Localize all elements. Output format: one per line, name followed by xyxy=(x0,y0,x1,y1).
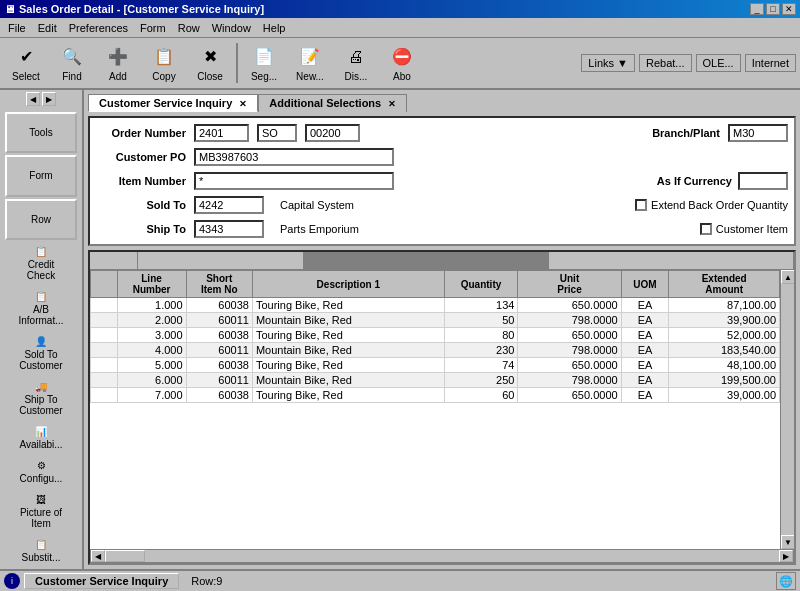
tab-customer-service-inquiry[interactable]: Customer Service Inquiry ✕ xyxy=(88,94,258,112)
cell-desc: Mountain Bike, Red xyxy=(252,373,444,388)
customer-item-checkbox[interactable] xyxy=(700,223,712,235)
menu-edit[interactable]: Edit xyxy=(32,21,63,35)
select-button[interactable]: ✔ Select xyxy=(4,41,48,85)
availabi-item[interactable]: 📊 Availabi... xyxy=(5,422,77,454)
grid-header-bar xyxy=(90,252,794,270)
col-header-quantity[interactable]: Quantity xyxy=(444,271,518,298)
tab-close-2[interactable]: ✕ xyxy=(388,99,396,109)
links-button[interactable]: Links ▼ xyxy=(581,54,635,72)
cell-desc: Touring Bike, Red xyxy=(252,358,444,373)
extend-back-order-checkbox[interactable] xyxy=(635,199,647,211)
table-row[interactable]: 4.000 60011 Mountain Bike, Red 230 798.0… xyxy=(91,343,780,358)
cell-short: 60011 xyxy=(186,343,252,358)
col-header-extended-amount[interactable]: ExtendedAmount xyxy=(669,271,780,298)
status-tab[interactable]: Customer Service Inquiry xyxy=(24,573,179,589)
seg-button[interactable]: 📄 Seg... xyxy=(242,41,286,85)
copy-button[interactable]: 📋 Copy xyxy=(142,41,186,85)
rebat-button[interactable]: Rebat... xyxy=(639,54,692,72)
row-indicator xyxy=(91,298,118,313)
sold-to-input[interactable] xyxy=(194,196,264,214)
menu-file[interactable]: File xyxy=(2,21,32,35)
close-button[interactable]: ✕ xyxy=(782,3,796,15)
customer-po-row: Customer PO xyxy=(96,148,788,166)
minimize-button[interactable]: _ xyxy=(750,3,764,15)
col-header-line-number[interactable]: LineNumber xyxy=(117,271,186,298)
cell-line: 3.000 xyxy=(117,328,186,343)
configu-item[interactable]: ⚙ Configu... xyxy=(5,456,77,488)
col-header-uom[interactable]: UOM xyxy=(621,271,669,298)
ship-to-input[interactable] xyxy=(194,220,264,238)
as-if-currency-input[interactable] xyxy=(738,172,788,190)
cell-ext: 39,900.00 xyxy=(669,313,780,328)
picture-of-item[interactable]: 🖼 Picture ofItem xyxy=(5,490,77,533)
scroll-right-btn[interactable]: ▶ xyxy=(779,550,793,562)
cell-price: 798.0000 xyxy=(518,313,621,328)
credit-check-item[interactable]: 📋 CreditCheck xyxy=(5,242,77,285)
row-button[interactable]: Row xyxy=(5,199,77,240)
as-if-currency-label: As If Currency xyxy=(657,175,732,187)
ab-informat-item[interactable]: 📋 A/BInformat... xyxy=(5,287,77,330)
col-header-short-item[interactable]: ShortItem No xyxy=(186,271,252,298)
tab-additional-selections[interactable]: Additional Selections ✕ xyxy=(258,94,407,112)
substit-item[interactable]: 📋 Substit... xyxy=(5,535,77,567)
find-button[interactable]: 🔍 Find xyxy=(50,41,94,85)
row-indicator xyxy=(91,328,118,343)
branch-plant-section: Branch/Plant xyxy=(630,124,788,142)
extend-back-order-label: Extend Back Order Quantity xyxy=(651,199,788,211)
select-icon: ✔ xyxy=(14,45,38,69)
table-row[interactable]: 2.000 60011 Mountain Bike, Red 50 798.00… xyxy=(91,313,780,328)
form-button[interactable]: Form xyxy=(5,155,77,196)
grid-filter-3 xyxy=(549,252,794,269)
cell-line: 4.000 xyxy=(117,343,186,358)
branch-plant-input[interactable] xyxy=(728,124,788,142)
cell-desc: Mountain Bike, Red xyxy=(252,343,444,358)
scroll-left[interactable]: ◀ xyxy=(26,92,40,106)
cell-ext: 87,100.00 xyxy=(669,298,780,313)
cell-ext: 39,000.00 xyxy=(669,388,780,403)
item-number-input[interactable] xyxy=(194,172,394,190)
menu-form[interactable]: Form xyxy=(134,21,172,35)
menu-window[interactable]: Window xyxy=(206,21,257,35)
ship-to-customer-item[interactable]: 🚚 Ship ToCustomer xyxy=(5,377,77,420)
customer-po-input[interactable] xyxy=(194,148,394,166)
abo-button[interactable]: ⛔ Abo xyxy=(380,41,424,85)
cell-line: 7.000 xyxy=(117,388,186,403)
cell-uom: EA xyxy=(621,328,669,343)
grid-scrollbar[interactable]: ▲ ▼ xyxy=(780,270,794,549)
sold-to-customer-item[interactable]: 👤 Sold ToCustomer xyxy=(5,332,77,375)
close-button[interactable]: ✖ Close xyxy=(188,41,232,85)
scroll-down-button[interactable]: ▼ xyxy=(781,535,794,549)
ole-button[interactable]: OLE... xyxy=(696,54,741,72)
menu-row[interactable]: Row xyxy=(172,21,206,35)
grid-body[interactable]: LineNumber ShortItem No Description 1 Qu… xyxy=(90,270,780,549)
internet-button[interactable]: Internet xyxy=(745,54,796,72)
scroll-right[interactable]: ▶ xyxy=(42,92,56,106)
menu-help[interactable]: Help xyxy=(257,21,292,35)
order-number-input[interactable] xyxy=(194,124,249,142)
table-row[interactable]: 1.000 60038 Touring Bike, Red 134 650.00… xyxy=(91,298,780,313)
table-row[interactable]: 7.000 60038 Touring Bike, Red 60 650.000… xyxy=(91,388,780,403)
scroll-up-button[interactable]: ▲ xyxy=(781,270,794,284)
scroll-thumb[interactable] xyxy=(105,550,145,562)
col-header-unit-price[interactable]: UnitPrice xyxy=(518,271,621,298)
table-row[interactable]: 3.000 60038 Touring Bike, Red 80 650.000… xyxy=(91,328,780,343)
new-button[interactable]: 📝 New... xyxy=(288,41,332,85)
col-header-description[interactable]: Description 1 xyxy=(252,271,444,298)
order-suffix-input[interactable] xyxy=(305,124,360,142)
cell-uom: EA xyxy=(621,343,669,358)
menu-preferences[interactable]: Preferences xyxy=(63,21,134,35)
sold-to-row: Sold To Capital System Extend Back Order… xyxy=(96,196,788,214)
form-panel: Order Number Branch/Plant Customer PO It… xyxy=(88,116,796,246)
tools-button[interactable]: Tools xyxy=(5,112,77,153)
order-type-input[interactable] xyxy=(257,124,297,142)
scroll-left-btn[interactable]: ◀ xyxy=(91,550,105,562)
dis-icon: 🖨 xyxy=(344,45,368,69)
dis-button[interactable]: 🖨 Dis... xyxy=(334,41,378,85)
table-row[interactable]: 5.000 60038 Touring Bike, Red 74 650.000… xyxy=(91,358,780,373)
table-row[interactable]: 6.000 60011 Mountain Bike, Red 250 798.0… xyxy=(91,373,780,388)
add-button[interactable]: ➕ Add xyxy=(96,41,140,85)
horizontal-scrollbar[interactable]: ◀ ▶ xyxy=(90,549,794,563)
tab-close-1[interactable]: ✕ xyxy=(239,99,247,109)
content-area: Customer Service Inquiry ✕ Additional Se… xyxy=(84,90,800,569)
maximize-button[interactable]: □ xyxy=(766,3,780,15)
